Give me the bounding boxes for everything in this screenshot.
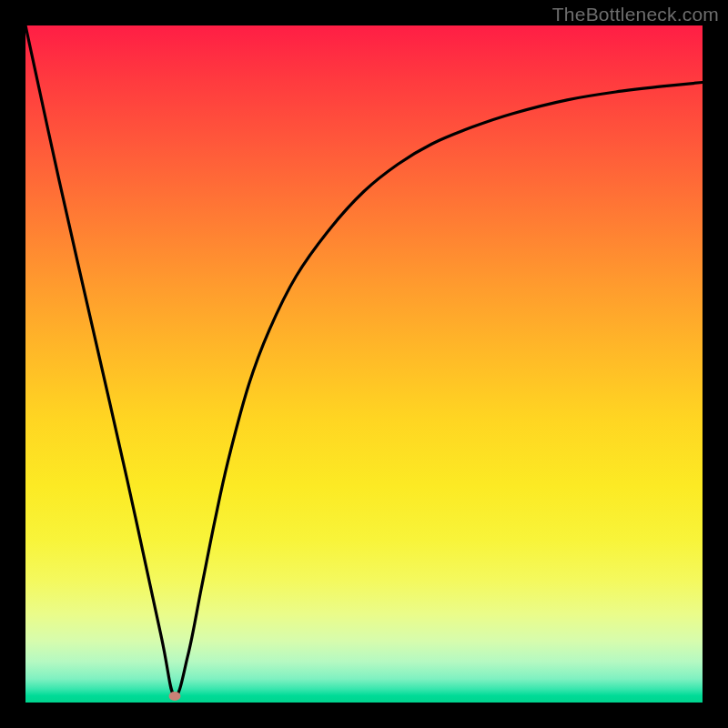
minimum-marker [168, 692, 180, 701]
chart-container: TheBottleneck.com [0, 0, 728, 728]
plot-area [25, 25, 703, 703]
curve-svg [25, 25, 703, 703]
watermark-text: TheBottleneck.com [552, 4, 719, 25]
bottleneck-curve [25, 25, 703, 696]
